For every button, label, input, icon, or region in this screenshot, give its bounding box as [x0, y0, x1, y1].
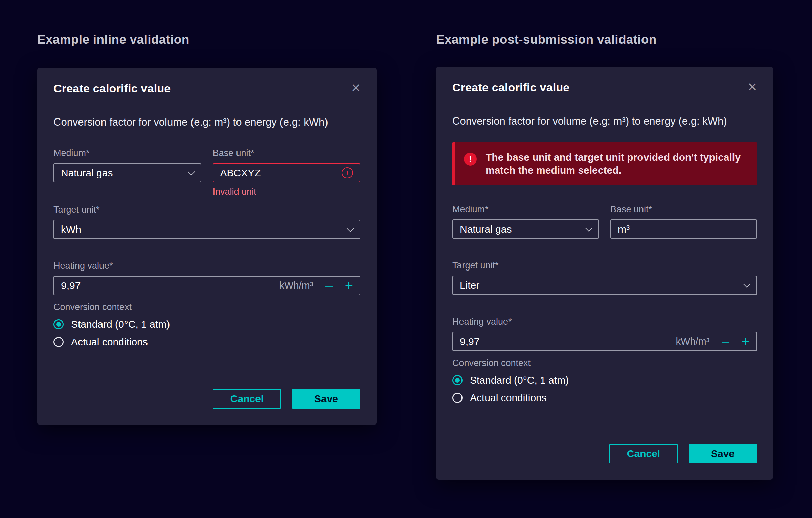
conversion-context-label: Conversion context	[53, 302, 360, 312]
conversion-context-group: Conversion context Standard (0°C, 1 atm)…	[452, 358, 757, 404]
decrement-icon[interactable]: –	[325, 281, 333, 291]
radio-label: Actual conditions	[470, 392, 547, 404]
medium-label: Medium*	[452, 204, 599, 215]
heating-value-input[interactable]: 9,97 kWh/m³ – +	[452, 332, 757, 351]
base-unit-input[interactable]: ABCXYZ !	[213, 163, 361, 182]
save-button[interactable]: Save	[689, 444, 757, 463]
error-circle-icon: !	[342, 167, 353, 178]
heating-value-value: 9,97	[460, 336, 479, 347]
radio-selected-icon[interactable]	[452, 375, 463, 385]
close-icon[interactable]: ×	[351, 82, 360, 93]
target-unit-select[interactable]: Liter	[452, 276, 757, 295]
radio-dot	[56, 322, 61, 327]
base-unit-value: m³	[618, 223, 630, 235]
dialog-header: Create calorific value ×	[53, 82, 360, 95]
target-unit-select[interactable]: kWh	[53, 220, 360, 239]
radio-selected-icon[interactable]	[53, 319, 64, 329]
radio-option-standard[interactable]: Standard (0°C, 1 atm)	[53, 319, 360, 330]
base-unit-field-group: Base unit* m³	[610, 204, 757, 239]
chevron-down-icon	[187, 168, 195, 175]
dialog-inline-validation: Create calorific value × Conversion fact…	[37, 68, 377, 425]
save-button[interactable]: Save	[292, 389, 360, 409]
medium-select[interactable]: Natural gas	[452, 219, 599, 239]
dialog-subtitle: Conversion factor for volume (e.g: m³) t…	[53, 116, 360, 128]
chevron-down-icon	[347, 224, 354, 232]
error-banner: ! The base unit and target unit provided…	[452, 142, 757, 185]
base-unit-input[interactable]: m³	[610, 219, 757, 239]
radio-label: Standard (0°C, 1 atm)	[470, 374, 569, 386]
medium-field-group: Medium* Natural gas	[452, 204, 599, 239]
heating-value-input[interactable]: 9,97 kWh/m³ – +	[53, 276, 360, 295]
increment-icon[interactable]: +	[742, 337, 749, 347]
radio-option-standard[interactable]: Standard (0°C, 1 atm)	[452, 374, 757, 386]
radio-label: Standard (0°C, 1 atm)	[71, 319, 170, 330]
base-unit-error-message: Invalid unit	[213, 187, 361, 197]
chevron-down-icon	[743, 280, 750, 287]
base-unit-value: ABCXYZ	[220, 167, 261, 179]
radio-unselected-icon[interactable]	[452, 393, 463, 403]
target-unit-label: Target unit*	[53, 204, 360, 215]
heating-value-field-group: Heating value* 9,97 kWh/m³ – +	[53, 261, 360, 295]
medium-value: Natural gas	[61, 167, 113, 179]
alert-circle-icon: !	[464, 153, 477, 166]
decrement-icon[interactable]: –	[722, 337, 729, 347]
target-unit-label: Target unit*	[452, 260, 757, 271]
dialog-title: Create calorific value	[53, 82, 171, 95]
dialog-post-submission-validation: Create calorific value × Conversion fact…	[436, 67, 773, 480]
radio-option-actual[interactable]: Actual conditions	[452, 392, 757, 404]
heating-value-value: 9,97	[61, 280, 81, 292]
cancel-button[interactable]: Cancel	[213, 389, 281, 409]
base-unit-field-group: Base unit* ABCXYZ ! Invalid unit	[213, 148, 361, 197]
radio-option-actual[interactable]: Actual conditions	[53, 336, 360, 348]
cancel-button[interactable]: Cancel	[609, 444, 678, 463]
target-unit-field-group: Target unit* Liter	[452, 260, 757, 295]
increment-icon[interactable]: +	[345, 281, 353, 291]
radio-unselected-icon[interactable]	[53, 337, 64, 347]
dialog-subtitle: Conversion factor for volume (e.g: m³) t…	[452, 115, 757, 127]
close-icon[interactable]: ×	[748, 81, 757, 92]
base-unit-label: Base unit*	[213, 148, 361, 158]
medium-select[interactable]: Natural gas	[53, 163, 201, 182]
heating-value-unit: kWh/m³	[279, 280, 313, 291]
heating-value-label: Heating value*	[53, 261, 360, 271]
radio-label: Actual conditions	[71, 336, 148, 348]
error-banner-message: The base unit and target unit provided d…	[486, 151, 747, 176]
chevron-down-icon	[585, 224, 592, 231]
heating-value-field-group: Heating value* 9,97 kWh/m³ – +	[452, 317, 757, 351]
dialog-footer: Cancel Save	[609, 444, 757, 463]
heating-value-label: Heating value*	[452, 317, 757, 327]
conversion-context-group: Conversion context Standard (0°C, 1 atm)…	[53, 302, 360, 348]
dialog-footer: Cancel Save	[213, 389, 360, 409]
medium-label: Medium*	[53, 148, 201, 158]
heating-value-unit: kWh/m³	[676, 336, 710, 347]
right-section-title: Example post-submission validation	[436, 33, 657, 47]
dialog-title: Create calorific value	[452, 81, 569, 94]
medium-value: Natural gas	[460, 223, 512, 235]
target-unit-value: kWh	[61, 224, 81, 235]
medium-field-group: Medium* Natural gas	[53, 148, 201, 197]
target-unit-value: Liter	[460, 280, 479, 291]
left-section-title: Example inline validation	[37, 33, 189, 47]
base-unit-label: Base unit*	[610, 204, 757, 215]
dialog-header: Create calorific value ×	[452, 81, 757, 94]
target-unit-field-group: Target unit* kWh	[53, 204, 360, 239]
radio-dot	[455, 378, 460, 383]
conversion-context-label: Conversion context	[452, 358, 757, 368]
